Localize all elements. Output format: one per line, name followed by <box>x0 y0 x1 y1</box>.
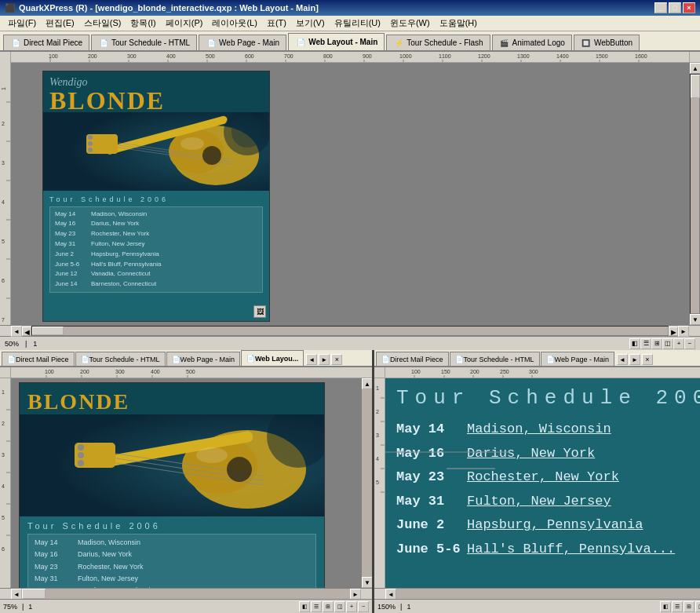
br-vb4[interactable]: ◫ <box>695 601 700 612</box>
br-nav-arrows: ◄ ► <box>617 354 640 365</box>
canvas-row: 1 2 3 4 5 6 7 <box>0 63 700 325</box>
menu-page[interactable]: 페이지(P) <box>161 16 208 31</box>
bl-card: BLONDE <box>19 382 325 588</box>
bl-hscroll[interactable]: ◄ ► <box>0 588 372 599</box>
tab-animated-logo[interactable]: 🎬 Animated Logo <box>492 35 572 50</box>
view-btn2[interactable]: ☰ <box>640 338 651 349</box>
maximize-button[interactable]: □ <box>669 2 681 13</box>
br-close-btn[interactable]: × <box>642 354 653 365</box>
bl-vb1[interactable]: ◧ <box>299 601 310 612</box>
pane-next-arrow[interactable]: ► <box>319 354 330 365</box>
view-btn3[interactable]: ⊞ <box>651 338 662 349</box>
main-canvas[interactable]: Wendigo BLONDE <box>11 63 689 325</box>
zoom-out-btn[interactable]: − <box>684 338 695 349</box>
scroll-track-v[interactable] <box>690 74 700 314</box>
bl-tab-weblayout[interactable]: 📄 Web Layou... <box>241 350 304 366</box>
tab-direct-mail[interactable]: 📄 Direct Mail Piece <box>3 35 89 50</box>
br-icon1: 📄 <box>381 356 390 363</box>
page-label-top: 1 <box>33 340 37 348</box>
film-icon: 🎬 <box>499 38 510 49</box>
scroll-track-h[interactable] <box>31 326 669 336</box>
tab-webbutton[interactable]: 🔲 WebButton <box>574 35 640 50</box>
menu-layout[interactable]: 레이아웃(L) <box>207 16 261 31</box>
bl-canvas[interactable]: BLONDE <box>11 378 361 588</box>
menu-style[interactable]: 스타일(S) <box>79 16 126 31</box>
br-vb1[interactable]: ◧ <box>660 601 671 612</box>
bl-vb2[interactable]: ☰ <box>311 601 322 612</box>
svg-text:1500: 1500 <box>596 53 608 59</box>
menu-bar: 파일(F) 편집(E) 스타일(S) 항목(I) 페이지(P) 레이아웃(L) … <box>0 16 700 31</box>
bl-scroll-left[interactable]: ◄ <box>11 589 22 600</box>
scroll-left-arrow[interactable]: ◄ <box>11 326 22 337</box>
bl-zin[interactable]: + <box>346 601 357 612</box>
svg-text:400: 400 <box>166 53 176 59</box>
br-row4: May 31 Fulton, New Jersey <box>396 490 700 514</box>
menu-table[interactable]: 표(T) <box>262 16 291 31</box>
br-hscroll[interactable]: ◄ ► <box>374 588 700 599</box>
bl-zout[interactable]: − <box>358 601 369 612</box>
view-btn4[interactable]: ◫ <box>662 338 673 349</box>
menu-view[interactable]: 보기(V) <box>291 16 330 31</box>
bl-tab-direct[interactable]: 📄 Direct Mail Piece <box>2 352 75 366</box>
tab-tour-html[interactable]: 📄 Tour Schedule - HTML <box>91 35 197 50</box>
bl-vb4[interactable]: ◫ <box>334 601 345 612</box>
bl-h-ruler: 100 200 300 400 500 <box>11 367 372 378</box>
menu-help[interactable]: 도움말(H) <box>435 16 482 31</box>
br-canvas-row: 1 2 3 4 5 <box>374 378 700 588</box>
svg-point-56 <box>88 135 93 140</box>
br-row5: June 2 Hapsburg, Pennsylvania <box>396 513 700 538</box>
minimize-button[interactable]: _ <box>654 2 667 13</box>
br-canvas[interactable]: Tour Schedule 200 May 14 Madison, Wiscon… <box>385 378 700 588</box>
svg-text:500: 500 <box>206 53 215 59</box>
bl-row2: May 16Darius, New York <box>35 549 309 560</box>
br-htrack[interactable] <box>396 589 700 599</box>
bl-scroll-up[interactable]: ▲ <box>362 378 372 389</box>
doc-icon4: 📄 <box>295 37 306 48</box>
tab-web-layout[interactable]: 📄 Web Layout - Main <box>288 33 385 50</box>
scroll-thumb-h[interactable] <box>32 327 64 335</box>
tab-web-page[interactable]: 📄 Web Page - Main <box>199 35 286 50</box>
menu-edit[interactable]: 편집(E) <box>41 16 79 31</box>
scroll-up-arrow[interactable]: ▲ <box>690 63 700 74</box>
menu-utility[interactable]: 유틸리티(U) <box>330 16 385 31</box>
br-sleft[interactable]: ◄ <box>385 589 396 600</box>
horizontal-scrollbar-top[interactable]: ◄ ◄ ► ► <box>0 325 700 336</box>
bl-tab-web[interactable]: 📄 Web Page - Main <box>166 352 240 366</box>
scroll-thumb-v[interactable] <box>691 75 700 98</box>
br-prev[interactable]: ◄ <box>617 354 628 365</box>
br-tab-direct[interactable]: 📄 Direct Mail Piece <box>376 352 449 366</box>
title-bar: ⬛ QuarkXPress (R) - [wendigo_blonde_inte… <box>0 0 700 16</box>
br-next[interactable]: ► <box>629 354 640 365</box>
view-btn1[interactable]: ◧ <box>629 338 640 349</box>
guitar-area <box>43 112 269 191</box>
scroll-right-arrow[interactable]: ► <box>678 326 689 337</box>
bl-close-btn[interactable]: × <box>331 354 342 365</box>
bl-htrack[interactable] <box>22 589 350 599</box>
svg-text:6: 6 <box>2 546 5 552</box>
bl-schedule-table: May 14Madison, Wisconsin May 16Darius, N… <box>27 534 316 588</box>
menu-item[interactable]: 항목(I) <box>126 16 160 31</box>
pane-prev-arrow[interactable]: ◄ <box>306 354 317 365</box>
tab-tour-flash[interactable]: ⚡ Tour Schedule - Flash <box>386 35 490 50</box>
zoom-in-btn[interactable]: + <box>673 338 684 349</box>
bl-scroll-right[interactable]: ► <box>350 589 361 600</box>
scroll-page-prev[interactable]: ◄ <box>22 327 31 336</box>
br-tab-web[interactable]: 📄 Web Page - Main <box>541 352 614 366</box>
menu-window[interactable]: 윈도우(W) <box>385 16 435 31</box>
close-button[interactable]: × <box>683 2 695 13</box>
scroll-down-arrow[interactable]: ▼ <box>690 314 700 325</box>
bl-hthumb[interactable] <box>22 589 46 599</box>
scroll-page-next[interactable]: ► <box>669 327 678 336</box>
br-vb3[interactable]: ⊞ <box>684 601 695 612</box>
br-vb2[interactable]: ☰ <box>672 601 683 612</box>
br-tab-tour[interactable]: 📄 Tour Schedule - HTML <box>450 352 540 366</box>
bl-vb3[interactable]: ⊞ <box>323 601 334 612</box>
bl-tab-tour[interactable]: 📄 Tour Schedule - HTML <box>75 352 166 366</box>
bl-vscroll[interactable]: ▲ ▼ <box>361 378 372 588</box>
br-ruler-corner <box>374 367 385 378</box>
bl-scroll-down[interactable]: ▼ <box>362 577 372 588</box>
vertical-scrollbar[interactable]: ▲ ▼ <box>689 63 700 325</box>
menu-file[interactable]: 파일(F) <box>3 16 41 31</box>
top-ruler-row: 100 200 300 400 500 600 700 <box>0 52 700 63</box>
bl-vtrack[interactable] <box>362 389 372 577</box>
